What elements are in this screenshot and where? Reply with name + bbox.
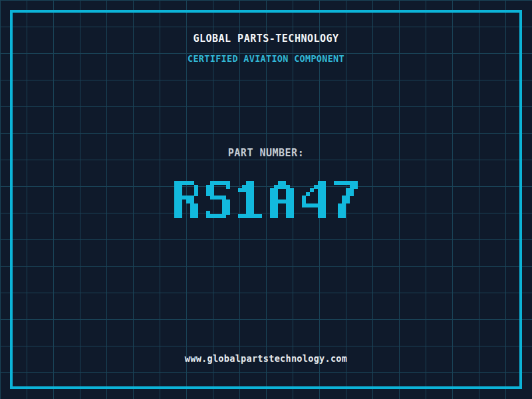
part-number-pixel: [342, 214, 346, 218]
part-number-pixel: [194, 192, 198, 196]
part-number-pixel: [226, 185, 230, 189]
grid-background: { "header": { "title": "GLOBAL PARTS-TEC…: [0, 0, 532, 399]
part-number-pixel: [222, 214, 226, 218]
part-number-pixel: [310, 188, 314, 192]
part-number-pixel: [258, 214, 262, 218]
part-number-pixel: [194, 214, 198, 218]
company-title: GLOBAL PARTS-TECHNOLOGY: [0, 33, 532, 45]
part-number-pixel: [274, 214, 278, 218]
part-number-value: RS1A47: [174, 181, 358, 218]
part-number-pixel: [290, 214, 294, 218]
website-url: www.globalpartstechnology.com: [0, 353, 532, 364]
part-number-pixel: [354, 185, 358, 189]
part-number-pixel: [306, 192, 310, 196]
part-number-pixel: [322, 214, 326, 218]
part-number-pixel: [346, 200, 350, 203]
part-number-label: PART NUMBER:: [0, 147, 532, 159]
part-number-pixel: [178, 214, 182, 218]
part-number-pixel: [350, 192, 354, 196]
part-number-pixel: [226, 211, 230, 215]
certification-subtitle: CERTIFIED AVIATION COMPONENT: [0, 53, 532, 64]
